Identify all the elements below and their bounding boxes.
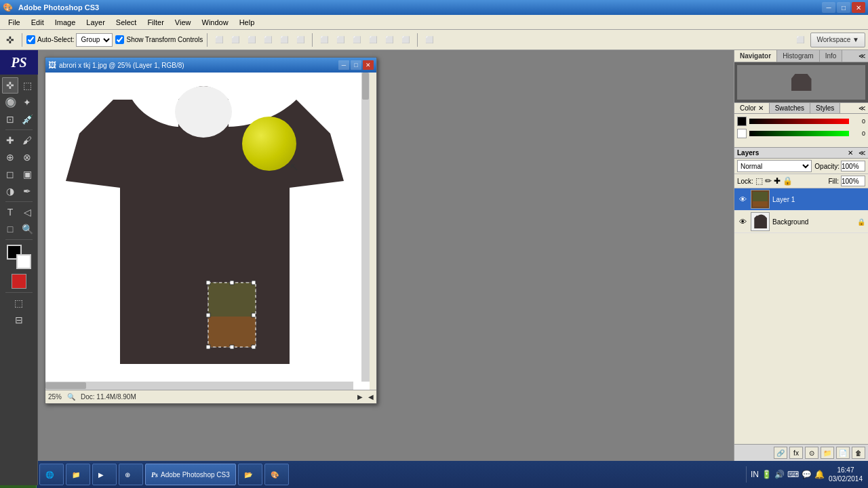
- selection-tool[interactable]: ⬚: [19, 77, 35, 94]
- red-swatch[interactable]: [12, 274, 26, 289]
- dist-right-btn[interactable]: ⬜: [398, 33, 413, 47]
- scroll-end[interactable]: ◀: [368, 393, 374, 401]
- screen-mode-btn[interactable]: ⬚: [7, 295, 31, 311]
- scrollbar-thumb-v[interactable]: [362, 73, 369, 100]
- layer-item-1[interactable]: 👁 Layer 1: [734, 188, 868, 211]
- scrollbar-thumb-h[interactable]: [45, 382, 86, 389]
- menu-help[interactable]: Help: [234, 17, 260, 28]
- eyedropper-tool[interactable]: 💉: [19, 111, 35, 127]
- blend-mode-select[interactable]: Normal Multiply Screen: [737, 160, 812, 172]
- history-tool[interactable]: ⊗: [19, 149, 35, 165]
- color-r-slider[interactable]: [749, 119, 849, 124]
- dist-vcenter-btn[interactable]: ⬜: [333, 33, 348, 47]
- tray-notification-icon[interactable]: 🔔: [814, 470, 825, 479]
- menu-view[interactable]: View: [170, 17, 197, 28]
- workspace-btn[interactable]: Workspace ▼: [810, 33, 865, 47]
- show-transform-checkbox[interactable]: [115, 35, 124, 44]
- brush-tool[interactable]: 🖌: [19, 132, 35, 148]
- dist-left-btn[interactable]: ⬜: [366, 33, 380, 47]
- add-style-btn[interactable]: fx: [789, 447, 803, 459]
- link-layers-btn[interactable]: 🔗: [774, 447, 787, 459]
- clone-tool[interactable]: ⊕: [2, 149, 18, 165]
- tab-styles[interactable]: Styles: [810, 103, 840, 113]
- crop-tool[interactable]: ⊡: [2, 111, 18, 127]
- tray-network-icon[interactable]: IN: [751, 470, 759, 479]
- minimize-button[interactable]: ─: [822, 2, 835, 13]
- tab-swatches[interactable]: Swatches: [770, 103, 810, 113]
- align-right-btn[interactable]: ⬜: [293, 33, 308, 47]
- taskbar-media[interactable]: ▶: [92, 464, 117, 485]
- align-top-btn[interactable]: ⬜: [212, 33, 226, 47]
- canvas-minimize-btn[interactable]: ─: [338, 60, 349, 70]
- layer-1-visibility[interactable]: 👁: [737, 194, 748, 205]
- pen-tool[interactable]: ✒: [19, 183, 35, 199]
- add-mask-btn[interactable]: ⊙: [805, 447, 818, 459]
- heal-tool[interactable]: ✚: [2, 132, 18, 148]
- dist-bottom-btn[interactable]: ⬜: [349, 33, 364, 47]
- zoom-tool[interactable]: 🔍: [19, 221, 35, 237]
- close-button[interactable]: ✕: [852, 2, 865, 13]
- dist-hcenter-btn[interactable]: ⬜: [382, 33, 397, 47]
- quick-mask-btn[interactable]: ⊟: [7, 312, 31, 328]
- new-group-btn[interactable]: 📁: [821, 447, 834, 459]
- menu-layer[interactable]: Layer: [81, 17, 111, 28]
- tray-battery-icon[interactable]: 🔋: [762, 470, 772, 479]
- gradient-tool[interactable]: ▣: [19, 166, 35, 182]
- fill-input[interactable]: [841, 176, 865, 186]
- taskbar-ie[interactable]: 🌐: [39, 464, 64, 485]
- align-left-btn[interactable]: ⬜: [260, 33, 275, 47]
- canvas-close-btn[interactable]: ✕: [363, 60, 374, 70]
- layers-panel-close[interactable]: ✕: [848, 149, 853, 157]
- tray-volume-icon[interactable]: 🔊: [774, 470, 785, 479]
- maximize-button[interactable]: □: [837, 2, 850, 13]
- auto-select-checkbox[interactable]: [26, 35, 35, 44]
- scroll-right[interactable]: ▶: [357, 393, 363, 401]
- delete-layer-btn[interactable]: 🗑: [852, 447, 865, 459]
- tab-color[interactable]: Color ✕: [734, 103, 770, 113]
- eraser-tool[interactable]: ◻: [2, 166, 18, 182]
- move-tool[interactable]: ✜: [2, 77, 18, 94]
- clock[interactable]: 16:47 03/02/2014: [829, 466, 863, 483]
- color-panel-close[interactable]: ≪: [856, 103, 868, 113]
- lock-paint-btn[interactable]: ✏: [765, 176, 772, 186]
- auto-align-btn[interactable]: ⬜: [422, 33, 437, 47]
- lock-move-btn[interactable]: ✚: [774, 176, 781, 186]
- tray-chat-icon[interactable]: 💬: [802, 470, 812, 479]
- dist-top-btn[interactable]: ⬜: [317, 33, 332, 47]
- align-vcenter-btn[interactable]: ⬜: [228, 33, 243, 47]
- tray-keyboard-icon[interactable]: ⌨: [787, 470, 799, 479]
- taskbar-explorer[interactable]: 📁: [66, 464, 90, 485]
- auto-select-dropdown[interactable]: Group Layer: [76, 33, 113, 47]
- dodge-tool[interactable]: ◑: [2, 183, 18, 199]
- color-bg-indicator[interactable]: [737, 129, 747, 138]
- magic-wand-tool[interactable]: ✦: [19, 94, 35, 110]
- tab-info[interactable]: Info: [820, 50, 843, 62]
- color-g-slider[interactable]: [749, 131, 849, 136]
- vertical-scrollbar[interactable]: [361, 73, 370, 382]
- move-tool-btn[interactable]: ✜: [3, 33, 18, 47]
- lock-all-btn[interactable]: 🔒: [783, 176, 793, 186]
- taskbar-photoshop[interactable]: Ps Adobe Photoshop CS3: [145, 464, 236, 485]
- layers-collapse[interactable]: ≪: [859, 149, 865, 157]
- horizontal-scrollbar[interactable]: [45, 382, 353, 390]
- menu-window[interactable]: Window: [197, 17, 234, 28]
- layer-item-background[interactable]: 👁 Background 🔒: [734, 211, 868, 233]
- menu-file[interactable]: File: [3, 17, 26, 28]
- menu-edit[interactable]: Edit: [26, 17, 50, 28]
- align-hcenter-btn[interactable]: ⬜: [277, 33, 292, 47]
- taskbar-app2[interactable]: 🎨: [264, 464, 289, 485]
- shape-tool[interactable]: □: [2, 221, 18, 237]
- path-select-tool[interactable]: ◁: [19, 204, 35, 220]
- menu-image[interactable]: Image: [50, 17, 81, 28]
- layer-bg-visibility[interactable]: 👁: [737, 216, 748, 227]
- taskbar-folder[interactable]: 📂: [238, 464, 262, 485]
- new-layer-btn[interactable]: 📄: [836, 447, 850, 459]
- zoom-icon[interactable]: 🔍: [67, 393, 75, 401]
- menu-select[interactable]: Select: [111, 17, 142, 28]
- lasso-tool[interactable]: 🔘: [2, 94, 18, 110]
- text-tool[interactable]: T: [2, 204, 18, 220]
- canvas-maximize-btn[interactable]: □: [351, 60, 361, 70]
- tab-navigator[interactable]: Navigator: [734, 50, 777, 62]
- tab-histogram[interactable]: Histogram: [777, 50, 820, 62]
- lock-transparency-btn[interactable]: ⬚: [755, 176, 763, 186]
